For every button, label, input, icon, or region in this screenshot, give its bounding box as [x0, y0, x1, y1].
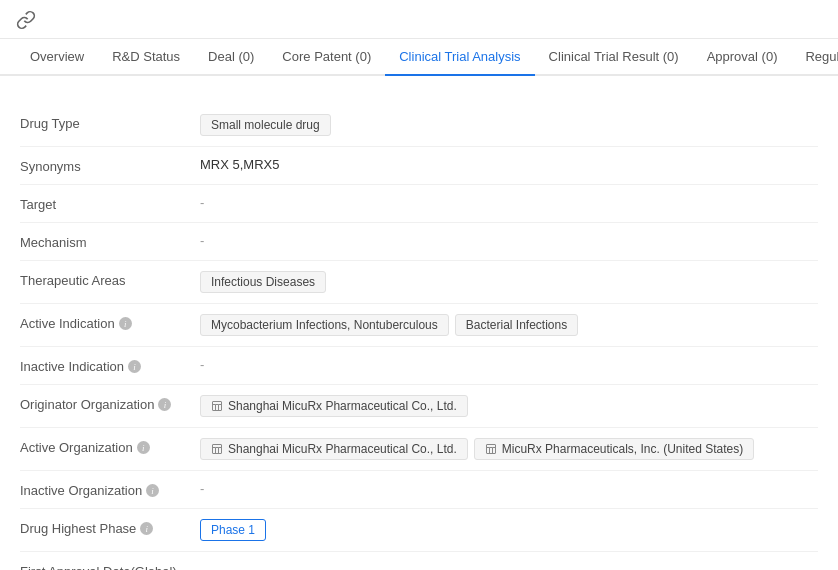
svg-rect-2	[486, 445, 495, 454]
org-tag-originator-org[interactable]: Shanghai MicuRx Pharmaceutical Co., Ltd.	[200, 395, 468, 417]
svg-rect-1	[213, 445, 222, 454]
field-label-drug-type: Drug Type	[20, 114, 200, 131]
tab-clinical-trial-result[interactable]: Clinical Trial Result (0)	[535, 39, 693, 76]
field-row-drug-type: Drug TypeSmall molecule drug	[20, 104, 818, 147]
field-label-active-org: Active Organizationi	[20, 438, 200, 455]
info-icon-active-indication[interactable]: i	[119, 317, 132, 330]
field-label-synonyms: Synonyms	[20, 157, 200, 174]
field-value-target: -	[200, 195, 818, 210]
org-tag-active-org[interactable]: MicuRx Pharmaceuticals, Inc. (United Sta…	[474, 438, 754, 460]
field-label-drug-highest-phase: Drug Highest Phasei	[20, 519, 200, 536]
tab-deal[interactable]: Deal (0)	[194, 39, 268, 76]
field-row-inactive-org: Inactive Organizationi-	[20, 471, 818, 509]
field-value-therapeutic-areas: Infectious Diseases	[200, 271, 818, 293]
field-row-active-indication: Active IndicationiMycobacterium Infectio…	[20, 304, 818, 347]
org-tag-active-org[interactable]: Shanghai MicuRx Pharmaceutical Co., Ltd.	[200, 438, 468, 460]
info-icon-active-org[interactable]: i	[137, 441, 150, 454]
tab-clinical-trial-analysis[interactable]: Clinical Trial Analysis	[385, 39, 534, 76]
tabs-bar: OverviewR&D StatusDeal (0)Core Patent (0…	[0, 39, 838, 76]
field-value-active-org: Shanghai MicuRx Pharmaceutical Co., Ltd.…	[200, 438, 818, 460]
tab-rd-status[interactable]: R&D Status	[98, 39, 194, 76]
field-label-therapeutic-areas: Therapeutic Areas	[20, 271, 200, 288]
tag-active-indication: Mycobacterium Infections, Nontuberculous	[200, 314, 449, 336]
tab-regulation[interactable]: Regulation (0)	[791, 39, 838, 76]
page-header	[0, 0, 838, 39]
link-icon	[16, 10, 36, 30]
tab-approval[interactable]: Approval (0)	[693, 39, 792, 76]
field-value-first-approval-date: -	[200, 562, 818, 570]
field-value-originator-org: Shanghai MicuRx Pharmaceutical Co., Ltd.	[200, 395, 818, 417]
field-value-mechanism: -	[200, 233, 818, 248]
fields-container: Drug TypeSmall molecule drugSynonymsMRX …	[20, 104, 818, 570]
field-row-mechanism: Mechanism-	[20, 223, 818, 261]
field-value-drug-type: Small molecule drug	[200, 114, 818, 136]
field-label-target: Target	[20, 195, 200, 212]
tab-overview[interactable]: Overview	[16, 39, 98, 76]
field-row-first-approval-date: First Approval Date(Global)-	[20, 552, 818, 570]
field-label-originator-org: Originator Organizationi	[20, 395, 200, 412]
field-label-active-indication: Active Indicationi	[20, 314, 200, 331]
building-icon	[485, 443, 497, 455]
field-row-target: Target-	[20, 185, 818, 223]
field-value-inactive-org: -	[200, 481, 818, 496]
field-row-active-org: Active OrganizationiShanghai MicuRx Phar…	[20, 428, 818, 471]
info-icon-drug-highest-phase[interactable]: i	[140, 522, 153, 535]
field-row-therapeutic-areas: Therapeutic AreasInfectious Diseases	[20, 261, 818, 304]
info-icon-inactive-org[interactable]: i	[146, 484, 159, 497]
field-label-inactive-org: Inactive Organizationi	[20, 481, 200, 498]
field-row-synonyms: SynonymsMRX 5,MRX5	[20, 147, 818, 185]
tag-drug-type: Small molecule drug	[200, 114, 331, 136]
field-value-drug-highest-phase: Phase 1	[200, 519, 818, 541]
field-label-inactive-indication: Inactive Indicationi	[20, 357, 200, 374]
field-row-inactive-indication: Inactive Indicationi-	[20, 347, 818, 385]
field-label-mechanism: Mechanism	[20, 233, 200, 250]
phase-tag: Phase 1	[200, 519, 266, 541]
field-value-active-indication: Mycobacterium Infections, Nontuberculous…	[200, 314, 818, 336]
field-row-originator-org: Originator OrganizationiShanghai MicuRx …	[20, 385, 818, 428]
tag-active-indication: Bacterial Infections	[455, 314, 578, 336]
tab-core-patent[interactable]: Core Patent (0)	[268, 39, 385, 76]
field-value-synonyms: MRX 5,MRX5	[200, 157, 818, 172]
content-area: Drug TypeSmall molecule drugSynonymsMRX …	[0, 76, 838, 570]
building-icon	[211, 400, 223, 412]
svg-rect-0	[213, 402, 222, 411]
info-icon-originator-org[interactable]: i	[158, 398, 171, 411]
tag-therapeutic-areas: Infectious Diseases	[200, 271, 326, 293]
field-label-first-approval-date: First Approval Date(Global)	[20, 562, 200, 570]
field-value-inactive-indication: -	[200, 357, 818, 372]
field-row-drug-highest-phase: Drug Highest PhaseiPhase 1	[20, 509, 818, 552]
building-icon	[211, 443, 223, 455]
info-icon-inactive-indication[interactable]: i	[128, 360, 141, 373]
